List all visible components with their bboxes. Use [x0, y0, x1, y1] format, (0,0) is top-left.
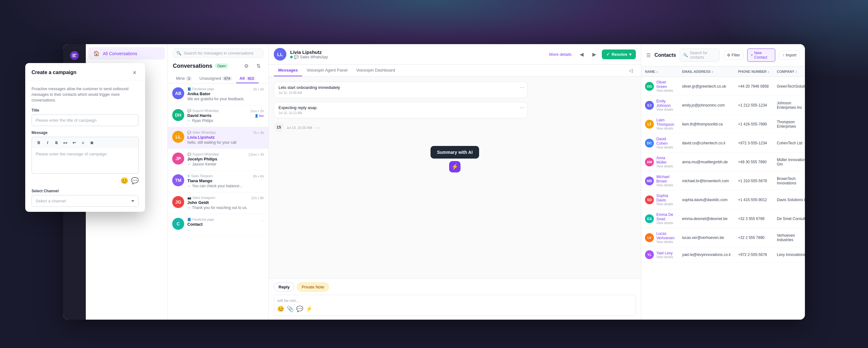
filter-icon[interactable]: ⚙ — [241, 61, 251, 71]
view-details-link[interactable]: View details — [656, 202, 674, 206]
conv-channel: 💬 Support WhatsApp — [187, 153, 245, 156]
contact-phone: +1 212-555-1234 — [734, 96, 773, 115]
view-details-link[interactable]: View details — [656, 146, 674, 149]
message-more-icon[interactable]: ⋯ — [520, 85, 525, 91]
view-details-link[interactable]: View details — [656, 164, 674, 168]
contact-name[interactable]: Liam Thompson — [656, 118, 674, 127]
search-icon: 🔍 — [176, 51, 181, 56]
contact-name-cell: YL Yael Levy View details — [641, 247, 678, 262]
undo-btn[interactable]: ↩ — [70, 139, 78, 147]
contact-name[interactable]: David Cohen — [656, 137, 668, 146]
filter-icon: ⚙ — [727, 53, 731, 57]
contact-name[interactable]: Yael Levy — [656, 251, 673, 255]
reply-tab[interactable]: Reply — [274, 282, 294, 292]
summary-ai-icon[interactable]: ⚡ — [449, 161, 461, 172]
emoji-icon[interactable]: 😊 — [277, 306, 284, 312]
contact-company: Thompson Enterprises — [773, 115, 805, 134]
message-bubble: Expecting reply asap Jul 10, 10:13 AM ⋯ — [274, 102, 527, 118]
status-badge: Open — [215, 63, 228, 68]
conv-time: 2h • 2h — [253, 87, 264, 91]
sort-icon[interactable]: ⇅ — [253, 61, 264, 71]
view-details-link[interactable]: View details — [656, 184, 674, 187]
emoji-icon[interactable]: 😊 — [121, 177, 128, 184]
summary-ai-tooltip[interactable]: Summary with AI — [431, 146, 479, 159]
contact-name[interactable]: Sophia Davis — [656, 194, 668, 202]
list-item[interactable]: JG 📷 Sales Instagram John Geidt ← Thank … — [168, 192, 269, 214]
import-button[interactable]: ↑ Import — [779, 51, 800, 60]
contact-name[interactable]: Emily Johnson — [656, 99, 671, 108]
tab-voicespin-agent[interactable]: Voicespin Agent Panel — [302, 65, 352, 76]
table-header: NAME ↕ EMAIL ADDRESS ↕ PHONE NUMBER ↕ CO… — [641, 66, 805, 77]
view-details-link[interactable]: View details — [656, 108, 674, 111]
tab-all[interactable]: All913 — [236, 74, 259, 83]
forward-icon[interactable]: ▶ — [589, 49, 599, 59]
contact-name[interactable]: Anna Müller — [656, 156, 667, 164]
contact-name[interactable]: Emma De Smet — [656, 213, 673, 221]
search-bar[interactable]: 🔍 Search for messages in conversations — [173, 49, 264, 58]
filter-button[interactable]: ⚙ Filter — [723, 51, 744, 60]
facebook-icon: 📘 — [187, 218, 191, 221]
contact-name[interactable]: Lucas Verhoeven — [656, 231, 674, 240]
contact-phone: +1 415-555-9012 — [734, 190, 773, 209]
attachment-icon[interactable]: 📎 — [287, 306, 293, 312]
chat-input[interactable]: will be visi... 😊 📎 💬 ⚡ — [274, 295, 636, 316]
message-more-icon[interactable]: ⋯ — [315, 125, 320, 131]
list-item[interactable]: LL 💬 Sales WhatsApp Livia Lipshutz hello… — [168, 127, 269, 149]
contact-name[interactable]: Michael Brown — [656, 175, 669, 184]
list-item[interactable]: JP 💬 Support WhatsApp Jocelyn Philips ← … — [168, 149, 269, 170]
view-details-link[interactable]: View details — [656, 89, 674, 92]
tab-voicespin-dashboard[interactable]: Voicespin Dashboard — [352, 65, 400, 76]
menu-icon: ☰ — [646, 52, 651, 58]
view-details-link[interactable]: View details — [656, 127, 674, 130]
message-more-icon[interactable]: ⋯ — [520, 105, 525, 110]
table-row: DC David Cohen View details david.co@coh… — [641, 134, 805, 153]
note-tab[interactable]: Private Note — [297, 282, 329, 292]
contacts-search[interactable]: 🔍 Search for contacts — [680, 49, 719, 62]
list-ordered-btn[interactable]: ≣ — [88, 139, 96, 147]
tab-mine[interactable]: Mine1 — [173, 74, 195, 83]
conv-time: 12mo • 3h — [248, 153, 264, 156]
whatsapp-template-icon[interactable]: 💬 — [296, 306, 303, 312]
contact-company: Davis Solutions LLC — [773, 190, 805, 209]
header-row: NAME ↕ EMAIL ADDRESS ↕ PHONE NUMBER ↕ CO… — [641, 66, 805, 77]
conv-preview: ← You can check your balance... — [187, 184, 250, 188]
list-item[interactable]: AB 📘 Facebook page Anika Bator We are gr… — [168, 84, 269, 105]
list-item[interactable]: C 📘 Facebook page Contact ... ... — [168, 214, 269, 236]
ai-icon[interactable]: ⚡ — [306, 306, 313, 312]
back-icon[interactable]: ◀ — [577, 49, 587, 59]
strike-btn[interactable]: S — [53, 139, 60, 147]
title-label: Title — [32, 108, 139, 113]
conv-content: 💬 Sales WhatsApp Livia Lipshutz hello, s… — [187, 131, 250, 145]
chat-header: LL Livia Lipshutz 💬 Sales WhatsApp More … — [269, 44, 641, 65]
italic-btn[interactable]: I — [44, 139, 52, 147]
campaign-title-input[interactable] — [32, 115, 139, 126]
modal-close-button[interactable]: ✕ — [130, 68, 139, 77]
avatar: DH — [172, 109, 184, 121]
more-details-button[interactable]: More details — [547, 51, 574, 58]
resolve-button[interactable]: ✓ Resolve ▾ — [602, 50, 636, 59]
channel-select[interactable]: Select a channel — [32, 195, 139, 207]
view-details-link[interactable]: View details — [656, 240, 674, 244]
contact-name[interactable]: Oliver Green — [656, 80, 667, 89]
tab-messages[interactable]: Messages — [274, 65, 302, 76]
list-item[interactable]: DH 💬 Support WhatsApp David Harris ← Rya… — [168, 105, 269, 127]
contact-phone: +44 20 7946 0958 — [734, 77, 773, 96]
tab-unassigned[interactable]: Unassigned674 — [196, 74, 235, 83]
campaign-message-input[interactable] — [32, 149, 139, 174]
conv-meta: 1mo • 2h 👤 llan — [250, 109, 264, 118]
avatar: AM — [645, 158, 654, 166]
conv-time: ... — [261, 218, 264, 222]
list-btn[interactable]: ≡ — [79, 139, 87, 147]
view-details-link[interactable]: View details — [656, 221, 674, 225]
list-item[interactable]: TM ✈ Sales Telegram Tiana Mango ← You ca… — [168, 170, 269, 192]
whatsapp-emoji-icon[interactable]: 💬 — [131, 177, 139, 184]
conv-preview: ... — [187, 227, 258, 232]
quote-btn[interactable]: «» — [62, 139, 69, 147]
view-details-link[interactable]: View details — [656, 255, 673, 259]
collapse-icon[interactable]: ◁ — [626, 66, 636, 76]
bold-btn[interactable]: B — [35, 139, 42, 147]
sidebar-item-all-conversations[interactable]: 🏠 All Conversations — [88, 47, 165, 60]
new-contact-button[interactable]: + New Contact — [747, 49, 775, 62]
contact-company: Verhoeven Industries — [773, 228, 805, 247]
summary-ai-container: Summary with AI ⚡ — [274, 146, 636, 172]
